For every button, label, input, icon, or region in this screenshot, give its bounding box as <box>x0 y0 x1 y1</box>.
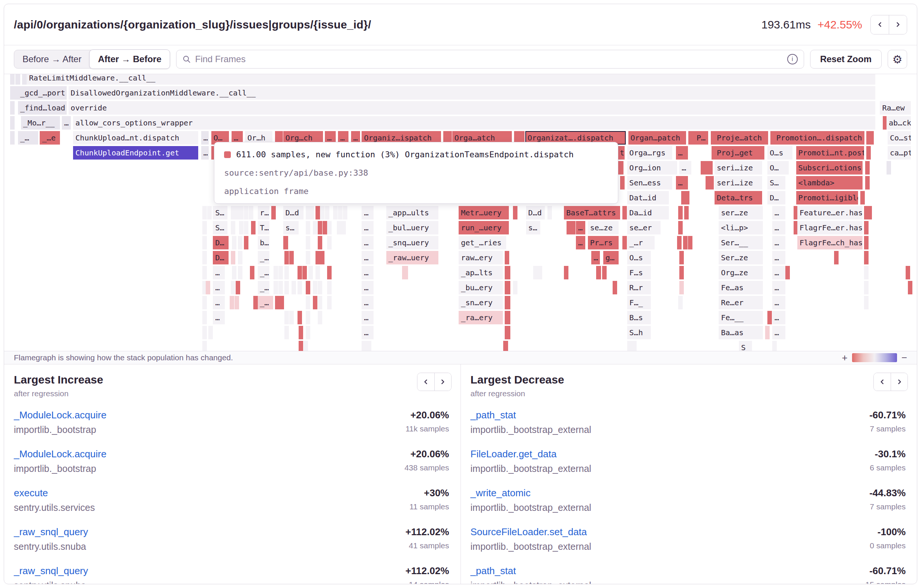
flame-bar[interactable] <box>864 266 869 279</box>
flame-bar[interactable] <box>299 326 303 339</box>
flame-bar[interactable]: run_…uery <box>459 221 508 234</box>
flame-bar[interactable] <box>202 236 207 249</box>
flame-bar[interactable] <box>234 206 239 219</box>
flame-bar[interactable]: … <box>676 176 688 190</box>
before-after-option[interactable]: Before → After <box>14 50 89 68</box>
flame-bar[interactable] <box>596 266 601 279</box>
flame-bar[interactable] <box>320 251 324 265</box>
flame-bar[interactable]: Proje…atch <box>714 131 768 145</box>
function-link[interactable]: SourceFileLoader.set_data <box>470 526 587 538</box>
flame-bar[interactable]: … <box>213 311 225 324</box>
flame-bar[interactable]: ca…pt <box>888 146 911 159</box>
flame-bar[interactable]: … <box>361 281 374 294</box>
flame-bar[interactable] <box>679 266 684 279</box>
flame-bar[interactable]: Organ…patch <box>628 131 686 145</box>
flame-bar[interactable] <box>341 221 346 234</box>
flame-bar[interactable] <box>684 206 689 219</box>
flame-bar[interactable] <box>208 326 213 339</box>
flame-bar[interactable] <box>864 251 869 265</box>
flame-bar[interactable] <box>10 131 15 145</box>
flame-bar[interactable]: g… <box>603 251 618 265</box>
flame-bar[interactable]: Promoti…nt.post <box>796 146 864 159</box>
flame-bar[interactable] <box>318 311 322 324</box>
flame-bar[interactable]: S…h <box>627 326 651 339</box>
flame-bar[interactable] <box>306 296 310 309</box>
function-link[interactable]: _ModuleLock.acquire <box>14 448 106 460</box>
flame-bar[interactable] <box>249 206 253 219</box>
flame-bar[interactable]: b… <box>258 236 270 249</box>
flame-bar[interactable]: seri…ize <box>714 161 762 175</box>
flame-bar[interactable] <box>767 311 772 324</box>
flame-bar[interactable]: _…e <box>40 131 60 145</box>
function-link[interactable]: _ModuleLock.acquire <box>14 409 106 421</box>
find-frames-search[interactable]: Find Frames i <box>176 50 804 68</box>
flame-bar[interactable]: … <box>213 281 225 294</box>
flame-bar[interactable]: _bul…uery <box>386 221 439 234</box>
flame-bar[interactable] <box>622 236 627 249</box>
function-link[interactable]: _raw_snql_query <box>14 526 88 538</box>
flame-bar[interactable]: … <box>772 206 785 219</box>
flame-bar[interactable] <box>765 326 770 339</box>
flame-bar[interactable] <box>505 251 509 265</box>
flame-bar[interactable] <box>250 266 254 279</box>
flame-bar[interactable] <box>316 251 320 265</box>
flame-bar[interactable] <box>865 161 870 175</box>
flame-bar[interactable]: … <box>772 236 785 249</box>
flame-bar[interactable]: … <box>361 326 374 339</box>
flame-bar[interactable]: … <box>62 116 71 130</box>
flame-bar[interactable]: … <box>361 266 374 279</box>
flame-bar[interactable] <box>503 341 508 351</box>
flame-bar[interactable]: Sen…ess <box>627 176 672 190</box>
flame-bar[interactable] <box>273 281 278 294</box>
function-link[interactable]: execute <box>14 487 48 499</box>
flame-bar[interactable] <box>860 191 865 205</box>
flame-bar[interactable] <box>505 266 511 279</box>
flame-bar[interactable] <box>678 206 683 219</box>
flame-bar[interactable]: S <box>739 341 752 351</box>
flame-bar[interactable] <box>273 266 278 279</box>
flame-bar[interactable]: <li…p> <box>719 221 763 234</box>
flame-bar[interactable]: Subscri…otions <box>796 161 863 175</box>
flame-bar[interactable] <box>337 221 341 234</box>
flame-bar[interactable] <box>238 266 242 279</box>
flame-bar[interactable] <box>306 311 310 324</box>
flame-bar[interactable] <box>538 266 542 279</box>
flame-bar[interactable] <box>278 266 283 279</box>
flame-bar[interactable]: DisallowedOrganizationMiddleware.__call_… <box>68 86 875 100</box>
prev-button[interactable] <box>871 15 889 34</box>
flame-bar[interactable] <box>234 296 239 309</box>
flame-bar[interactable] <box>206 281 210 294</box>
flame-bar[interactable] <box>318 281 322 294</box>
flame-bar[interactable] <box>251 221 255 234</box>
flame-bar[interactable]: … <box>201 131 209 145</box>
flame-bar[interactable] <box>10 74 15 84</box>
flame-bar[interactable] <box>602 266 607 279</box>
flame-bar[interactable]: D… <box>767 191 785 205</box>
flame-bar[interactable] <box>620 176 625 190</box>
flame-bar[interactable]: O…s <box>767 146 792 159</box>
flame-bar[interactable]: S… <box>213 221 227 234</box>
flame-bar[interactable] <box>402 266 408 279</box>
flame-bar[interactable] <box>709 176 714 190</box>
flame-bar[interactable]: … <box>213 266 225 279</box>
flame-bar[interactable] <box>207 206 212 219</box>
flame-bar[interactable] <box>299 341 303 351</box>
flame-bar[interactable]: Dat…id <box>627 191 669 205</box>
flame-bar[interactable]: raw…ery <box>459 251 503 265</box>
flame-bar[interactable] <box>513 281 517 294</box>
flame-bar[interactable] <box>231 251 235 265</box>
flame-bar[interactable] <box>338 206 342 219</box>
flame-bar[interactable] <box>564 266 568 279</box>
flame-bar[interactable]: Promoti…igible <box>796 191 858 205</box>
flame-bar[interactable] <box>289 251 294 265</box>
flame-bar[interactable] <box>202 206 207 219</box>
flame-bar[interactable] <box>571 221 576 234</box>
flame-bar[interactable] <box>683 236 688 249</box>
flame-bar[interactable] <box>306 221 310 234</box>
flame-bar[interactable]: Pr…rs <box>588 236 619 249</box>
flame-bar[interactable] <box>320 206 324 219</box>
flame-bar[interactable] <box>298 266 302 279</box>
flame-bar[interactable]: … <box>772 251 785 265</box>
flame-bar[interactable]: get_…ries <box>459 236 506 249</box>
flame-bar[interactable] <box>10 116 15 130</box>
